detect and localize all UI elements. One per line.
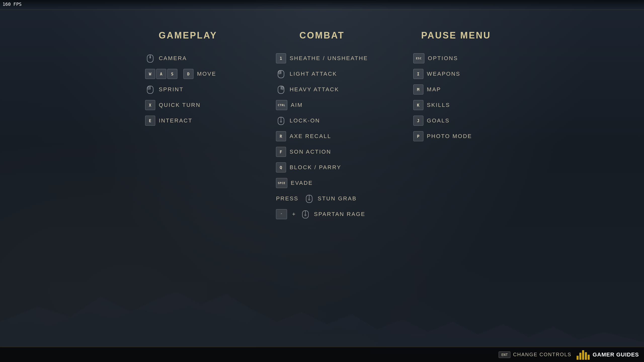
- binding-block: Q BLOCK / PARRY: [276, 162, 341, 172]
- change-controls-area[interactable]: ENT CHANGE CONTROLS: [499, 351, 572, 358]
- binding-stungrab: PRESS STUN GRAB: [276, 194, 357, 204]
- action-move: MOVE: [197, 71, 216, 77]
- binding-lockon: LOCK-ON: [276, 116, 320, 126]
- action-sonaction: SON ACTION: [290, 149, 331, 155]
- action-goals: GOALS: [427, 117, 450, 124]
- combat-column: COMBAT 1 SHEATHE / UNSHEATHE LIGHT ATTAC…: [276, 30, 368, 225]
- gameplay-title: GAMEPLAY: [159, 30, 217, 41]
- action-map: MAP: [427, 86, 441, 93]
- action-weapons: WEAPONS: [427, 71, 460, 77]
- combat-title: COMBAT: [299, 30, 344, 41]
- key-1: 1: [276, 53, 286, 63]
- mouse-icon-lockon: [276, 116, 286, 126]
- gg-bar-3: [582, 350, 584, 360]
- gg-bar-2: [579, 353, 581, 360]
- mouse-icon-camera: [145, 53, 155, 63]
- key-x: X: [145, 100, 155, 110]
- svg-point-14: [280, 121, 282, 123]
- gg-logo-bars: [577, 350, 590, 360]
- enter-key-badge: ENT: [499, 351, 510, 358]
- key-p: P: [413, 131, 423, 141]
- mouse-icon-spartanrage: [300, 209, 310, 219]
- gg-text: GAMER GUIDES: [593, 351, 639, 358]
- key-space: SPCE: [276, 178, 287, 188]
- binding-sonaction: F SON ACTION: [276, 147, 331, 157]
- svg-rect-8: [278, 70, 281, 74]
- binding-skills: K SKILLS: [413, 100, 450, 110]
- action-heavyattack: HEAVY ATTACK: [290, 86, 339, 93]
- key-e: E: [145, 116, 155, 126]
- key-m: M: [413, 84, 423, 95]
- binding-photomode: P PHOTO MODE: [413, 131, 472, 141]
- binding-sprint: SPRINT: [145, 84, 184, 95]
- svg-point-2: [149, 56, 151, 59]
- svg-point-20: [304, 214, 306, 216]
- action-evade: EVADE: [291, 180, 313, 186]
- gg-bar-4: [585, 352, 587, 360]
- binding-sheathe: 1 SHEATHE / UNSHEATHE: [276, 53, 368, 63]
- binding-move: W A S D MOVE: [145, 69, 216, 79]
- action-sheathe: SHEATHE / UNSHEATHE: [290, 55, 368, 62]
- binding-map: M MAP: [413, 84, 441, 95]
- svg-point-17: [308, 199, 310, 201]
- key-s: S: [167, 69, 177, 79]
- gamer-guides-logo: GAMER GUIDES: [577, 350, 639, 360]
- binding-weapons: I WEAPONS: [413, 69, 460, 79]
- action-photomode: PHOTO MODE: [427, 133, 472, 140]
- binding-options: ESC OPTIONS: [413, 53, 458, 63]
- gg-bar-5: [588, 355, 590, 360]
- key-ctrl-rage: ⌃: [276, 209, 287, 219]
- action-block: BLOCK / PARRY: [290, 164, 341, 171]
- change-controls-label: CHANGE CONTROLS: [513, 352, 571, 357]
- gg-bar-1: [577, 356, 579, 360]
- key-j: J: [413, 116, 423, 126]
- binding-quickturn: X QUICK TURN: [145, 100, 201, 110]
- binding-camera: CAMERA: [145, 53, 187, 63]
- svg-rect-5: [147, 86, 150, 90]
- binding-spartanrage: ⌃ + SPARTAN RAGE: [276, 209, 366, 219]
- binding-evade: SPCE EVADE: [276, 178, 313, 188]
- key-w: W: [145, 69, 155, 79]
- key-esc: ESC: [413, 53, 424, 63]
- key-i: I: [413, 69, 423, 79]
- action-lightattack: LIGHT ATTACK: [290, 71, 337, 77]
- main-content: GAMEPLAY CAMERA W A S D MOVE: [0, 0, 644, 362]
- action-axerecall: AXE RECALL: [290, 133, 331, 140]
- action-lockon: LOCK-ON: [290, 117, 320, 124]
- binding-axerecall: R AXE RECALL: [276, 131, 331, 141]
- binding-lightattack: LIGHT ATTACK: [276, 69, 337, 79]
- action-quickturn: QUICK TURN: [159, 102, 201, 108]
- mouse-icon-stungrab: [304, 194, 314, 204]
- gameplay-column: GAMEPLAY CAMERA W A S D MOVE: [145, 30, 231, 131]
- key-r: R: [276, 131, 286, 141]
- wasd-cluster: W A S: [145, 69, 177, 79]
- action-stungrab: STUN GRAB: [318, 195, 357, 202]
- action-camera: CAMERA: [159, 55, 187, 62]
- plus-sign: +: [292, 211, 295, 217]
- mouse-icon-heavyattack: [276, 84, 286, 95]
- key-a: A: [156, 69, 166, 79]
- mouse-icon-lightattack: [276, 69, 286, 79]
- key-d: D: [183, 69, 193, 79]
- binding-heavyattack: HEAVY ATTACK: [276, 84, 339, 95]
- action-sprint: SPRINT: [159, 86, 184, 93]
- svg-rect-11: [281, 86, 284, 90]
- press-label: PRESS: [276, 195, 299, 202]
- action-aim: AIM: [291, 102, 303, 108]
- binding-goals: J GOALS: [413, 116, 450, 126]
- key-k: K: [413, 100, 423, 110]
- key-f: F: [276, 147, 286, 157]
- columns-container: GAMEPLAY CAMERA W A S D MOVE: [145, 30, 499, 225]
- action-interact: INTERACT: [159, 117, 192, 124]
- binding-interact: E INTERACT: [145, 116, 192, 126]
- mouse-icon-sprint: [145, 84, 155, 95]
- action-skills: SKILLS: [427, 102, 450, 108]
- key-q: Q: [276, 162, 286, 172]
- action-options: OPTIONS: [428, 55, 458, 62]
- fps-counter: 160 FPS: [3, 2, 22, 7]
- binding-aim: CTRL AIM: [276, 100, 303, 110]
- key-ctrl-aim: CTRL: [276, 100, 287, 110]
- pausemenu-title: PAUSE MENU: [421, 30, 491, 41]
- action-spartanrage: SPARTAN RAGE: [314, 211, 366, 217]
- pausemenu-column: PAUSE MENU ESC OPTIONS I WEAPONS M MAP K…: [413, 30, 499, 147]
